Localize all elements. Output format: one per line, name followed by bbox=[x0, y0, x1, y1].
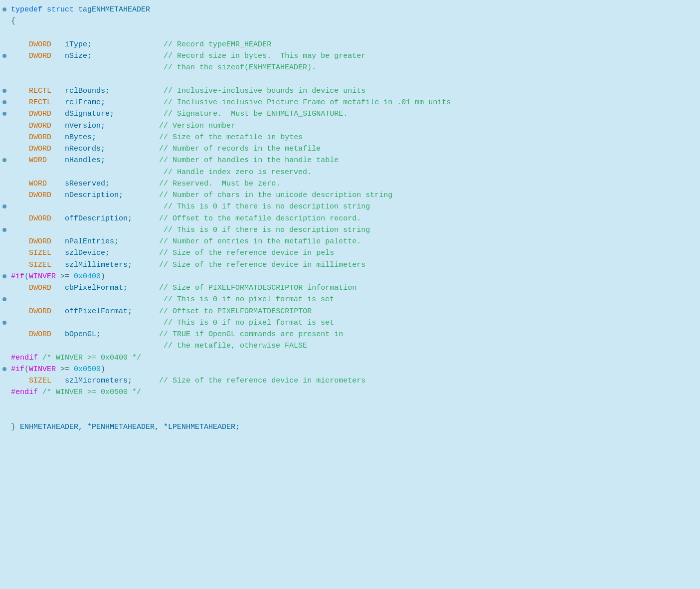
code-text-cbpixel: DWORD cbPixelFormat; // Size of PIXELFOR… bbox=[9, 282, 700, 294]
code-text-nbytes: DWORD nBytes; // Size of the metafile in… bbox=[9, 132, 700, 143]
code-line-rclbounds: RECTL rclBounds; // Inclusive-inclusive … bbox=[0, 85, 700, 97]
gutter-desc-comment1 bbox=[0, 204, 9, 208]
code-text-itype: DWORD iType; // Record typeEMR_HEADER bbox=[9, 39, 700, 50]
code-line-nbytes: DWORD nBytes; // Size of the metafile in… bbox=[0, 132, 700, 143]
gutter-rclframe bbox=[0, 100, 9, 104]
code-text-nrecords: DWORD nRecords; // Number of records in … bbox=[9, 143, 700, 155]
code-text-opengl-cont: // the metafile, otherwise FALSE bbox=[9, 340, 700, 352]
gutter-nsize bbox=[0, 54, 9, 58]
code-line-end: } ENHMETAHEADER, *PENHMETAHEADER, *LPENH… bbox=[0, 421, 700, 433]
code-text-dsig: DWORD dSignature; // Signature. Must be … bbox=[9, 108, 700, 120]
code-text-winver500: #if(WINVER >= 0x0500) bbox=[9, 364, 700, 375]
code-text-bopengl: DWORD bOpenGL; // TRUE if OpenGL command… bbox=[9, 329, 700, 340]
code-line-nhandles: WORD nHandles; // Number of handles in t… bbox=[0, 155, 700, 166]
gutter-dsig bbox=[0, 112, 9, 116]
code-line-offdesc: DWORD offDescription; // Offset to the m… bbox=[0, 213, 700, 224]
code-text-nsize: DWORD nSize; // Record size in bytes. Th… bbox=[9, 50, 700, 62]
code-line-1: typedef struct tagENHMETAHEADER bbox=[0, 4, 700, 15]
code-text-blank1 bbox=[9, 27, 700, 39]
code-line-szlmicro: SIZEL szlMicrometers; // Size of the ref… bbox=[0, 375, 700, 387]
code-text-winver400: #if(WINVER >= 0x0400) bbox=[9, 271, 700, 282]
code-text-endif500: #endif /* WINVER >= 0x0500 */ bbox=[9, 387, 700, 398]
code-text-offdesc: DWORD offDescription; // Offset to the m… bbox=[9, 213, 700, 224]
gutter-desc-comment2 bbox=[0, 228, 9, 232]
code-line-npal: DWORD nPalEntries; // Number of entries … bbox=[0, 236, 700, 247]
code-line-nversion: DWORD nVersion; // Version number bbox=[0, 120, 700, 132]
code-text-szlmicro: SIZEL szlMicrometers; // Size of the ref… bbox=[9, 375, 700, 387]
code-line-rclframe: RECTL rclFrame; // Inclusive-inclusive P… bbox=[0, 97, 700, 108]
code-line-dsig: DWORD dSignature; // Signature. Must be … bbox=[0, 108, 700, 120]
gutter-rclbounds bbox=[0, 89, 9, 93]
code-text-1: typedef struct tagENHMETAHEADER bbox=[9, 4, 700, 15]
code-text-handleidx: // Handle index zero is reserved. bbox=[9, 167, 700, 178]
code-text-desc-comment1: // This is 0 if there is no description … bbox=[9, 201, 700, 212]
code-line-blank1 bbox=[0, 27, 700, 39]
code-line-sreserved: WORD sReserved; // Reserved. Must be zer… bbox=[0, 178, 700, 190]
gutter-nhandles bbox=[0, 158, 9, 162]
code-line-szldev: SIZEL szlDevice; // Size of the referenc… bbox=[0, 247, 700, 259]
gutter-pixel-comment1 bbox=[0, 297, 9, 301]
code-line-opengl-cont: // the metafile, otherwise FALSE bbox=[0, 340, 700, 352]
code-text-pixel-comment2: // This is 0 if no pixel format is set bbox=[9, 317, 700, 329]
code-line-blank3 bbox=[0, 398, 700, 410]
code-text-end: } ENHMETAHEADER, *PENHMETAHEADER, *LPENH… bbox=[9, 421, 700, 433]
gutter-1 bbox=[0, 7, 9, 11]
code-text-sreserved: WORD sReserved; // Reserved. Must be zer… bbox=[9, 178, 700, 190]
code-text-blank3 bbox=[9, 398, 700, 410]
code-text-endif400: #endif /* WINVER >= 0x0400 */ bbox=[9, 352, 700, 364]
code-text-szlmm: SIZEL szlMillimeters; // Size of the ref… bbox=[9, 259, 700, 271]
code-line-endif500: #endif /* WINVER >= 0x0500 */ bbox=[0, 387, 700, 398]
code-line-handleidx: // Handle index zero is reserved. bbox=[0, 167, 700, 178]
code-line-cbpixel: DWORD cbPixelFormat; // Size of PIXELFOR… bbox=[0, 282, 700, 294]
code-line-desc-comment2: // This is 0 if there is no description … bbox=[0, 224, 700, 236]
code-line-szlmm: SIZEL szlMillimeters; // Size of the ref… bbox=[0, 259, 700, 271]
code-line-nsize-cont: // than the sizeof(ENHMETAHEADER). bbox=[0, 62, 700, 73]
code-line-pixel-comment1: // This is 0 if no pixel format is set bbox=[0, 294, 700, 305]
code-text-nsize-cont: // than the sizeof(ENHMETAHEADER). bbox=[9, 62, 700, 73]
code-text-2: { bbox=[9, 15, 700, 27]
code-line-winver500: #if(WINVER >= 0x0500) bbox=[0, 364, 700, 375]
code-line-blank4 bbox=[0, 410, 700, 421]
code-line-2: { bbox=[0, 15, 700, 27]
gutter-winver400 bbox=[0, 274, 9, 278]
code-text-nhandles: WORD nHandles; // Number of handles in t… bbox=[9, 155, 700, 166]
code-text-desc-comment2: // This is 0 if there is no description … bbox=[9, 224, 700, 236]
code-line-nsize: DWORD nSize; // Record size in bytes. Th… bbox=[0, 50, 700, 62]
code-viewer: typedef struct tagENHMETAHEADER { DWORD … bbox=[0, 2, 700, 435]
code-text-pixel-comment1: // This is 0 if no pixel format is set bbox=[9, 294, 700, 305]
code-line-nrecords: DWORD nRecords; // Number of records in … bbox=[0, 143, 700, 155]
code-line-ndesc: DWORD nDescription; // Number of chars i… bbox=[0, 190, 700, 201]
code-text-offpixel: DWORD offPixelFormat; // Offset to PIXEL… bbox=[9, 306, 700, 317]
code-text-nversion: DWORD nVersion; // Version number bbox=[9, 120, 700, 132]
code-text-szldev: SIZEL szlDevice; // Size of the referenc… bbox=[9, 247, 700, 259]
code-line-itype: DWORD iType; // Record typeEMR_HEADER bbox=[0, 39, 700, 50]
code-text-blank4 bbox=[9, 410, 700, 421]
code-line-bopengl: DWORD bOpenGL; // TRUE if OpenGL command… bbox=[0, 329, 700, 340]
code-line-offpixel: DWORD offPixelFormat; // Offset to PIXEL… bbox=[0, 306, 700, 317]
code-text-rclbounds: RECTL rclBounds; // Inclusive-inclusive … bbox=[9, 85, 700, 97]
code-text-blank2 bbox=[9, 74, 700, 85]
code-text-npal: DWORD nPalEntries; // Number of entries … bbox=[9, 236, 700, 247]
gutter-winver500 bbox=[0, 367, 9, 371]
code-line-desc-comment1: // This is 0 if there is no description … bbox=[0, 201, 700, 212]
gutter-pixel-comment2 bbox=[0, 321, 9, 325]
code-text-ndesc: DWORD nDescription; // Number of chars i… bbox=[9, 190, 700, 201]
code-text-rclframe: RECTL rclFrame; // Inclusive-inclusive P… bbox=[9, 97, 700, 108]
code-line-pixel-comment2: // This is 0 if no pixel format is set bbox=[0, 317, 700, 329]
code-line-winver400: #if(WINVER >= 0x0400) bbox=[0, 271, 700, 282]
code-line-endif400: #endif /* WINVER >= 0x0400 */ bbox=[0, 352, 700, 364]
code-line-blank2 bbox=[0, 74, 700, 85]
